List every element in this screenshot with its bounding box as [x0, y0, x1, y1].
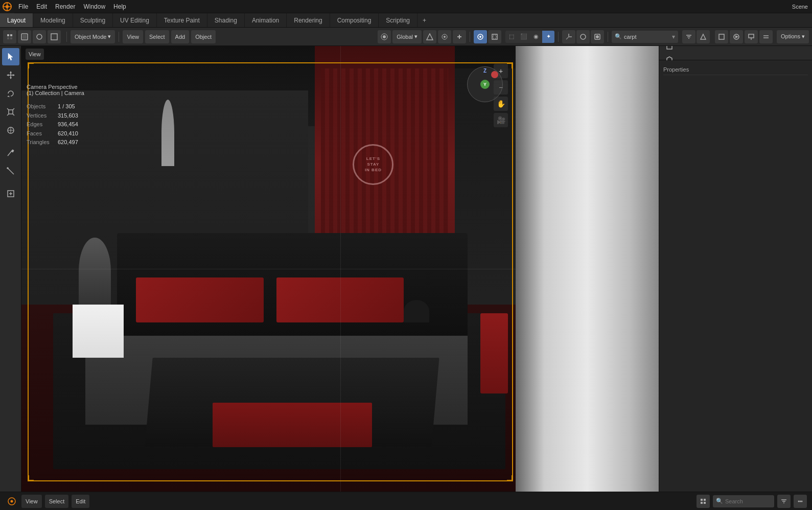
select-menu[interactable]: Select: [145, 30, 169, 43]
tab-add[interactable]: +: [417, 13, 431, 27]
svg-line-57: [8, 168, 14, 174]
gizmo-toggle[interactable]: [562, 30, 575, 43]
tab-modeling[interactable]: Modeling: [33, 13, 73, 27]
svg-rect-9: [22, 35, 27, 39]
header-icon-1[interactable]: [3, 30, 16, 43]
gizmo-red-dot: [491, 71, 498, 78]
search-input[interactable]: [624, 34, 670, 40]
wireframe-mode[interactable]: ⬚: [505, 31, 518, 43]
viewport[interactable]: LET'SSTAYIN BED: [21, 46, 659, 492]
material-mode[interactable]: ◉: [530, 31, 542, 43]
tab-shading[interactable]: Shading: [207, 13, 245, 27]
cursor-tool[interactable]: [2, 48, 19, 65]
left-toolbar: [0, 46, 21, 492]
output-properties-icon[interactable]: [745, 30, 758, 43]
transform-pivot[interactable]: [378, 30, 391, 43]
svg-point-26: [581, 34, 586, 39]
tab-compositing[interactable]: Compositing: [330, 13, 379, 27]
search-bar: 🔍 ▾: [612, 31, 678, 43]
right-panel-header: [659, 46, 812, 60]
bottom-search-input[interactable]: [725, 498, 771, 504]
svg-line-25: [566, 37, 569, 39]
object-menu[interactable]: Object: [191, 30, 216, 43]
svg-rect-7: [10, 37, 12, 39]
bottom-search: 🔍: [713, 495, 774, 507]
header-icon-2[interactable]: [18, 30, 31, 43]
annotate-tool[interactable]: [2, 144, 19, 161]
gizmo-y-axis: Y: [480, 80, 490, 89]
svg-rect-18: [459, 35, 460, 39]
blender-logo[interactable]: [0, 0, 14, 13]
search-dropdown-icon[interactable]: ▾: [672, 33, 675, 40]
vp-view-btn[interactable]: View: [26, 49, 44, 60]
gizmo-z-label: Z: [483, 68, 486, 74]
menu-help[interactable]: Help: [109, 0, 130, 13]
header-icon-3[interactable]: [33, 30, 46, 43]
tab-rendering[interactable]: Rendering: [287, 13, 330, 27]
navigation-gizmo[interactable]: Y Z: [467, 66, 508, 107]
add-object-tool[interactable]: [2, 185, 19, 202]
bottom-view-btn[interactable]: View: [21, 495, 42, 508]
camera-perspective-label: Camera Perspective: [27, 84, 84, 90]
render-icon[interactable]: [591, 30, 604, 43]
overlay-icon[interactable]: [576, 30, 590, 43]
proportional-edit[interactable]: [438, 30, 451, 43]
rendered-mode[interactable]: ✦: [542, 31, 554, 43]
header-icon-4[interactable]: [48, 30, 61, 43]
scene-collection-icon[interactable]: [715, 30, 728, 43]
bottom-edit-btn[interactable]: Edit: [72, 495, 89, 508]
objects-stat: Objects 1 / 305: [27, 102, 78, 111]
bottom-logo[interactable]: [5, 495, 18, 508]
bottom-bar-right: 🔍: [697, 495, 807, 508]
object-mode-dropdown[interactable]: Object Mode ▾: [71, 30, 115, 43]
tab-sculpting[interactable]: Sculpting: [73, 13, 113, 27]
tab-scripting[interactable]: Scripting: [379, 13, 417, 27]
bottom-search-icon: 🔍: [716, 498, 723, 504]
scene-selector[interactable]: Scene: [792, 4, 808, 10]
tab-layout[interactable]: Layout: [0, 13, 33, 27]
transform-tool[interactable]: [2, 122, 19, 139]
move-tool[interactable]: [2, 66, 19, 84]
vertices-label: Vertices: [27, 111, 55, 121]
rotate-tool[interactable]: [2, 85, 19, 102]
camera-btn[interactable]: 🎥: [494, 113, 508, 127]
svg-point-12: [383, 35, 386, 38]
snap-toggle[interactable]: [423, 30, 436, 43]
xray-toggle[interactable]: [488, 30, 501, 43]
bottom-filter-icon[interactable]: [777, 495, 791, 508]
workspace-tabs: Layout Modeling Sculpting UV Editing Tex…: [0, 13, 812, 28]
bottom-select-btn[interactable]: Select: [45, 495, 69, 508]
bottom-options-icon[interactable]: [794, 495, 807, 508]
svg-line-50: [7, 114, 9, 115]
editor-type-selector[interactable]: [697, 495, 710, 508]
options-button[interactable]: Options ▾: [777, 30, 809, 43]
svg-marker-45: [13, 74, 15, 76]
svg-marker-44: [7, 74, 9, 76]
view-menu[interactable]: View: [123, 30, 143, 43]
svg-marker-46: [7, 96, 10, 97]
menu-window[interactable]: Window: [79, 0, 109, 13]
overlay-toggle[interactable]: [474, 30, 487, 43]
tab-texture-paint[interactable]: Texture Paint: [157, 13, 207, 27]
menu-render[interactable]: Render: [51, 0, 79, 13]
scene-background: LET'SSTAYIN BED: [21, 46, 659, 492]
render-properties-icon[interactable]: [730, 30, 743, 43]
separator-4: [558, 32, 559, 42]
object-prop-icon[interactable]: [663, 46, 676, 53]
add-menu[interactable]: Add: [171, 30, 190, 43]
display-filter[interactable]: [697, 30, 710, 43]
svg-rect-4: [7, 34, 9, 36]
transform-space[interactable]: Global ▾: [392, 30, 422, 43]
header-toolbar: Object Mode ▾ View Select Add Object Glo…: [0, 28, 812, 46]
tab-animation[interactable]: Animation: [245, 13, 287, 27]
snap-settings[interactable]: [453, 30, 466, 43]
view-filter[interactable]: [682, 30, 695, 43]
scale-tool[interactable]: [2, 103, 19, 121]
tab-uv-editing[interactable]: UV Editing: [113, 13, 157, 27]
view-layer-icon[interactable]: [759, 30, 773, 43]
main-area: LET'SSTAYIN BED: [0, 46, 812, 492]
solid-mode[interactable]: ⬛: [518, 31, 530, 43]
menu-file[interactable]: File: [14, 0, 32, 13]
measure-tool[interactable]: [2, 163, 19, 180]
menu-edit[interactable]: Edit: [32, 0, 51, 13]
